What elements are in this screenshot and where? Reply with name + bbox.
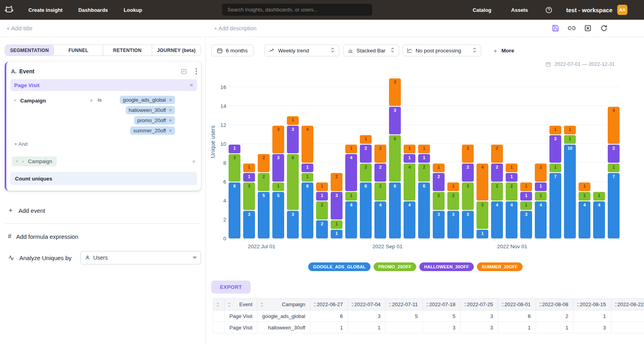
bar-segment-google_ads_global[interactable]: 5 (258, 192, 270, 238)
nav-assets[interactable]: Assets (511, 7, 528, 13)
bar-segment-promo_20off[interactable]: 4 (404, 164, 415, 201)
bar-segment-halloween_30off[interactable]: 4 (345, 154, 357, 191)
add-formula-button[interactable]: # Add formula expression (5, 233, 201, 240)
bar-segment-summer_20off[interactable]: 2 (462, 145, 474, 163)
post-processing-select[interactable]: No post processing (402, 45, 481, 56)
column-header-Event[interactable]: Event (225, 299, 257, 311)
bar-segment-promo_20off[interactable]: 2 (374, 182, 386, 201)
column-header-2022-08-22[interactable]: 2022-08-22 (611, 299, 644, 311)
bar-segment-halloween_30off[interactable]: 3 (549, 135, 561, 163)
nav-lookup[interactable]: Lookup (124, 7, 142, 13)
trend-select[interactable]: Weekly trend (264, 45, 339, 56)
bar-segment-promo_20off[interactable]: 6 (287, 154, 299, 210)
bar-segment-google_ads_global[interactable]: 4 (374, 201, 386, 238)
export-button[interactable]: EXPORT (211, 281, 251, 294)
bar-segment-summer_20off[interactable]: 1 (243, 164, 255, 172)
bar-segment-halloween_30off[interactable]: 1 (316, 192, 328, 201)
workspace-name[interactable]: test - workspace (566, 7, 612, 13)
bar-segment-google_ads_global[interactable]: 4 (535, 201, 547, 238)
bar-segment-promo_20off[interactable]: 1 (331, 220, 342, 229)
bar-segment-summer_20off[interactable]: 2 (491, 145, 503, 163)
bar-segment-promo_20off[interactable]: 1 (520, 201, 532, 210)
nav-create-insight[interactable]: Create insight (28, 7, 63, 13)
bar-segment-summer_20off[interactable]: 2 (535, 164, 547, 182)
filter-value-chip[interactable]: halloween_30off × (126, 106, 175, 114)
help-icon[interactable] (545, 6, 553, 14)
column-header-2022-07-11[interactable]: 2022-07-11 (385, 299, 423, 311)
bar-segment-summer_20off[interactable]: 2 (331, 173, 342, 191)
legend-halloween_30off[interactable]: HALLOWEEN_30OFF (419, 262, 474, 271)
bar-segment-summer_20off[interactable]: 4 (302, 126, 313, 163)
bar-segment-google_ads_global[interactable]: 1 (476, 230, 488, 238)
clear-breakdown-icon[interactable]: × (192, 159, 195, 164)
bar-segment-halloween_30off[interactable]: 1 (302, 164, 313, 172)
bar-segment-google_ads_global[interactable]: 6 (360, 182, 372, 238)
column-header-index[interactable] (213, 299, 225, 311)
more-button[interactable]: + More (494, 47, 514, 54)
bar-segment-promo_20off[interactable]: 3 (229, 154, 240, 182)
bar-segment-summer_20off[interactable]: 1 (549, 126, 561, 134)
bar-segment-halloween_30off[interactable]: 1 (506, 173, 517, 182)
bar-segment-promo_20off[interactable]: 1 (345, 192, 357, 201)
aggregation-row[interactable]: Count uniques (10, 172, 197, 185)
bar-segment-halloween_30off[interactable]: 2 (360, 145, 372, 163)
bar-segment-promo_20off[interactable]: 2 (491, 182, 503, 201)
refresh-icon[interactable] (600, 24, 608, 32)
add-filter-icon[interactable] (181, 68, 187, 75)
bar-segment-promo_20off[interactable]: 2 (418, 164, 430, 182)
remove-filter-icon[interactable]: × (90, 98, 93, 103)
bar-segment-google_ads_global[interactable]: 6 (418, 182, 430, 238)
bar-segment-google_ads_global[interactable]: 3 (447, 211, 459, 238)
bar-segment-promo_20off[interactable]: 5 (389, 135, 401, 182)
bar-segment-google_ads_global[interactable]: 3 (462, 211, 474, 238)
chart-type-select[interactable]: Stacked Bar (343, 45, 399, 56)
breakdown-chip[interactable]: × · Campaign (12, 156, 57, 166)
bar-segment-google_ads_global[interactable]: 6 (302, 182, 313, 238)
bar-segment-google_ads_global[interactable]: 4 (506, 201, 517, 238)
bar-segment-halloween_30off[interactable]: 3 (272, 154, 284, 182)
bar-segment-halloween_30off[interactable]: 1 (520, 192, 532, 201)
search-input[interactable] (221, 3, 373, 16)
bar-segment-summer_20off[interactable]: 1 (520, 182, 532, 191)
bar-segment-promo_20off[interactable]: 2 (360, 164, 372, 182)
remove-value-icon[interactable]: × (169, 98, 172, 102)
bar-segment-google_ads_global[interactable]: 1 (331, 230, 342, 238)
column-header-2022-08-08[interactable]: 2022-08-08 (536, 299, 573, 311)
bar-segment-summer_20off[interactable]: 1 (287, 116, 299, 125)
kebab-menu-icon[interactable] (195, 68, 197, 74)
cat-logo-icon[interactable] (4, 5, 14, 15)
bar-segment-google_ads_global[interactable]: 4 (345, 201, 357, 238)
bar-segment-summer_20off[interactable]: 1 (345, 145, 357, 153)
bar-segment-google_ads_global[interactable]: 4 (404, 201, 415, 238)
bar-segment-summer_20off[interactable]: 4 (608, 107, 620, 144)
bar-segment-google_ads_global[interactable]: 4 (491, 201, 503, 238)
bar-segment-google_ads_global[interactable]: 7 (549, 173, 561, 238)
bar-segment-google_ads_global[interactable]: 2 (316, 220, 328, 238)
bar-segment-halloween_30off[interactable]: 1 (404, 154, 415, 163)
column-header-2022-07-25[interactable]: 2022-07-25 (460, 299, 498, 311)
bar-segment-halloween_30off[interactable]: 3 (389, 107, 401, 134)
bar-segment-halloween_30off[interactable]: 1 (229, 145, 240, 153)
legend-summer_20off[interactable]: SUMMER_20OFF (477, 262, 523, 271)
bar-segment-summer_20off[interactable]: 3 (272, 126, 284, 153)
clear-close-icon[interactable] (584, 24, 592, 32)
bar-segment-promo_20off[interactable]: 3 (462, 182, 474, 210)
bar-segment-google_ads_global[interactable]: 3 (243, 211, 255, 238)
bar-segment-google_ads_global[interactable]: 5 (272, 192, 284, 238)
save-icon[interactable] (552, 24, 559, 32)
bar-segment-summer_20off[interactable]: 4 (476, 164, 488, 201)
bar-segment-promo_20off[interactable]: 1 (564, 135, 576, 144)
bar-segment-promo_20off[interactable]: 1 (272, 182, 284, 191)
bar-segment-summer_20off[interactable]: 2 (258, 154, 270, 172)
tab-funnel[interactable]: FUNNEL (54, 45, 102, 56)
bar-segment-google_ads_global[interactable]: 4 (579, 201, 590, 238)
bar-segment-halloween_30off[interactable]: 2 (491, 164, 503, 182)
filter-property[interactable]: Campaign (20, 98, 46, 104)
bar-segment-promo_20off[interactable]: 3 (476, 201, 488, 229)
nav-dashboards[interactable]: Dashboards (78, 7, 108, 13)
share-link-icon[interactable] (568, 24, 575, 32)
bar-segment-halloween_30off[interactable]: 2 (433, 173, 445, 191)
bar-segment-summer_20off[interactable]: 3 (389, 78, 401, 106)
bar-segment-promo_20off[interactable]: 2 (447, 192, 459, 210)
date-range-button[interactable]: 6 months (211, 45, 253, 56)
